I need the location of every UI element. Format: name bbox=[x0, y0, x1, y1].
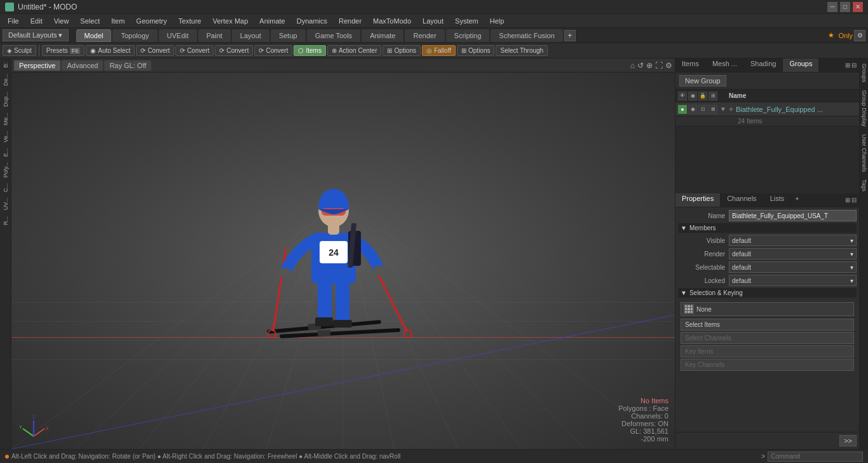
lists-tab[interactable]: Lists bbox=[764, 193, 792, 207]
select-items-button[interactable]: Select Items bbox=[681, 319, 854, 331]
left-tab-ve[interactable]: Ve... bbox=[2, 128, 10, 145]
panel-tab-mesh[interactable]: Mesh ... bbox=[706, 59, 744, 72]
menu-geometry[interactable]: Geometry bbox=[131, 16, 172, 26]
viewport-tab-ray-gl[interactable]: Ray GL: Off bbox=[104, 60, 151, 71]
group-plus-icon[interactable]: + bbox=[729, 105, 733, 114]
convert-button-4[interactable]: ⟳ Convert bbox=[254, 45, 292, 56]
tab-schematic-fusion[interactable]: Schematic Fusion bbox=[491, 29, 562, 42]
tab-paint[interactable]: Paint bbox=[198, 29, 231, 42]
tab-model[interactable]: Model bbox=[76, 29, 112, 42]
menu-maxtomodo[interactable]: MaxToModo bbox=[368, 16, 416, 26]
select-channels-button[interactable]: Select Channels bbox=[681, 332, 854, 344]
viewport-tab-perspective[interactable]: Perspective bbox=[14, 60, 60, 71]
convert-button-3[interactable]: ⟳ Convert bbox=[215, 45, 253, 56]
prop-locked-dropdown[interactable]: default ▾ bbox=[729, 275, 857, 286]
panel-expand-icon[interactable]: ⊞ bbox=[845, 62, 850, 69]
items-button[interactable]: ⬡ Items bbox=[294, 45, 325, 56]
viewport-fit-icon[interactable]: ↺ bbox=[637, 61, 644, 70]
left-tab-r[interactable]: R... bbox=[2, 214, 10, 228]
right-sidebar-tab-group-display[interactable]: Group Display bbox=[860, 86, 868, 130]
left-tab-e[interactable]: E... bbox=[2, 146, 10, 160]
left-tab-uv[interactable]: UV... bbox=[2, 195, 10, 212]
panel-collapse-icon[interactable]: ⊟ bbox=[851, 62, 857, 69]
action-center-button[interactable]: ⊕ Action Center bbox=[327, 45, 382, 56]
channels-tab[interactable]: Channels bbox=[721, 193, 763, 207]
menu-select[interactable]: Select bbox=[75, 16, 105, 26]
new-group-button[interactable]: New Group bbox=[679, 75, 726, 86]
menu-edit[interactable]: Edit bbox=[25, 16, 48, 26]
none-button[interactable]: None bbox=[681, 302, 854, 316]
menu-render[interactable]: Render bbox=[334, 16, 367, 26]
group-lock-button[interactable]: ⊡ bbox=[698, 105, 707, 114]
viewport-home-icon[interactable]: ⌂ bbox=[630, 61, 635, 70]
prop-name-input[interactable] bbox=[729, 210, 857, 221]
right-sidebar-tab-user-channels[interactable]: User Channels bbox=[860, 130, 868, 176]
right-sidebar-tab-tags[interactable]: Tags bbox=[860, 176, 868, 195]
menu-view[interactable]: View bbox=[49, 16, 74, 26]
layouts-dropdown[interactable]: Default Layouts ▾ bbox=[3, 29, 69, 41]
tab-settings-button[interactable]: ⚙ bbox=[854, 30, 865, 41]
props-expand-icon[interactable]: ⊞ bbox=[845, 197, 850, 204]
falloff-button[interactable]: ◎ Falloff bbox=[422, 45, 456, 56]
panel-tab-shading[interactable]: Shading bbox=[744, 59, 783, 72]
render-header-btn[interactable]: ◉ bbox=[688, 92, 697, 100]
left-tab-c[interactable]: C... bbox=[2, 181, 10, 195]
add-tab-button[interactable]: + bbox=[564, 30, 576, 41]
menu-animate[interactable]: Animate bbox=[254, 16, 290, 26]
left-tab-dup[interactable]: Dup... bbox=[2, 89, 10, 109]
key-channels-button[interactable]: Key Channels bbox=[681, 359, 854, 371]
members-section-header[interactable]: ▼ Members bbox=[678, 223, 857, 233]
left-tab-de[interactable]: De... bbox=[2, 71, 10, 88]
presets-button[interactable]: Presets F6 bbox=[42, 45, 85, 56]
viewport-maximize-icon[interactable]: ⛶ bbox=[655, 61, 663, 70]
tab-topology[interactable]: Topology bbox=[112, 29, 157, 42]
group-extra-button[interactable]: ⊠ bbox=[709, 105, 717, 114]
maximize-button[interactable]: □ bbox=[840, 2, 850, 12]
eye-header-btn[interactable]: 👁 bbox=[678, 92, 687, 100]
select-through-button[interactable]: Select Through bbox=[496, 45, 548, 56]
add-props-tab-button[interactable]: + bbox=[791, 193, 803, 207]
tab-layout[interactable]: Layout bbox=[232, 29, 269, 42]
tab-uvedit[interactable]: UVEdit bbox=[159, 29, 197, 42]
lock-header-btn[interactable]: 🔒 bbox=[698, 92, 707, 100]
menu-layout[interactable]: Layout bbox=[417, 16, 449, 26]
menu-vertex-map[interactable]: Vertex Map bbox=[208, 16, 254, 26]
viewport-zoom-icon[interactable]: ⊕ bbox=[646, 61, 653, 70]
tab-animate[interactable]: Animate bbox=[362, 29, 403, 42]
viewport-settings-icon[interactable]: ⚙ bbox=[665, 61, 672, 70]
tab-game-tools[interactable]: Game Tools bbox=[307, 29, 361, 42]
viewport-tab-advanced[interactable]: Advanced bbox=[62, 60, 103, 71]
menu-item[interactable]: Item bbox=[106, 16, 130, 26]
sculpt-button[interactable]: ◈ Sculpt bbox=[3, 45, 36, 56]
key-items-button[interactable]: Key Items bbox=[681, 345, 854, 357]
group-cam-button[interactable]: ◉ bbox=[688, 105, 697, 114]
left-tab-poly[interactable]: Poly... bbox=[2, 160, 10, 180]
auto-select-button[interactable]: ◉ Auto Select bbox=[86, 45, 135, 56]
command-input[interactable] bbox=[768, 452, 863, 462]
panel-tab-groups[interactable]: Groups bbox=[783, 59, 819, 72]
props-collapse-icon[interactable]: ⊟ bbox=[851, 197, 857, 204]
left-tab-b[interactable]: B: bbox=[2, 60, 10, 71]
tab-scripting[interactable]: Scripting bbox=[446, 29, 490, 42]
menu-help[interactable]: Help bbox=[485, 16, 510, 26]
convert-button-2[interactable]: ⟳ Convert bbox=[175, 45, 214, 56]
tab-setup[interactable]: Setup bbox=[271, 29, 306, 42]
options-left-button[interactable]: ⊞ Options bbox=[383, 45, 420, 56]
menu-texture[interactable]: Texture bbox=[173, 16, 207, 26]
prop-selectable-dropdown[interactable]: default ▾ bbox=[729, 261, 857, 273]
left-tab-me[interactable]: Me... bbox=[2, 110, 10, 128]
prop-visible-dropdown[interactable]: default ▾ bbox=[729, 235, 857, 246]
menu-file[interactable]: File bbox=[3, 16, 24, 26]
panel-tab-items[interactable]: Items bbox=[675, 59, 706, 72]
properties-tab[interactable]: Properties bbox=[675, 193, 721, 207]
selection-keying-header[interactable]: ▼ Selection & Keying bbox=[678, 288, 857, 298]
minimize-button[interactable]: ─ bbox=[827, 2, 837, 12]
menu-dynamics[interactable]: Dynamics bbox=[292, 16, 332, 26]
prop-render-dropdown[interactable]: default ▾ bbox=[729, 248, 857, 259]
group-eye-button[interactable]: ● bbox=[678, 105, 687, 114]
convert-button-1[interactable]: ⟳ Convert bbox=[136, 45, 174, 56]
viewport-canvas[interactable]: 24 bbox=[11, 73, 675, 449]
tab-render[interactable]: Render bbox=[405, 29, 444, 42]
group-item-row[interactable]: ● ◉ ⊡ ⊠ ▼ + Biathlete_Fully_Equipped ... bbox=[675, 102, 859, 116]
nav-forward-button[interactable]: >> bbox=[839, 435, 857, 446]
